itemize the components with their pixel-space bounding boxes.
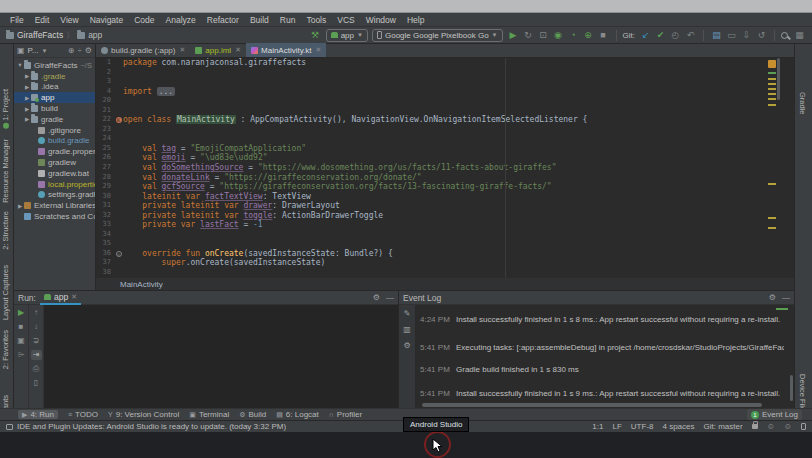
apply-changes-icon[interactable]: ↻ <box>522 29 535 42</box>
device-dropdown[interactable]: Google Google Pixelbook Go ▼ <box>372 29 503 42</box>
tool-strip-gradle[interactable]: Gradle <box>798 92 807 115</box>
close-icon[interactable]: ✕ <box>179 46 185 54</box>
event-log-content[interactable]: 4:24 PMInstall successfully finished in … <box>416 305 794 409</box>
tree-item-build-gradle[interactable]: build.gradle <box>14 136 95 147</box>
line-number[interactable]: 24 <box>96 134 114 144</box>
stop-icon[interactable]: ■ <box>597 29 610 42</box>
collapse-all-icon[interactable]: ÷ <box>77 46 81 55</box>
apply-code-changes-icon[interactable]: ⊡ <box>537 29 550 42</box>
editor-scrollbar[interactable] <box>777 58 780 100</box>
minimize-icon[interactable]: — <box>782 293 790 302</box>
tree-item-gradle[interactable]: ▶.gradle <box>14 71 95 82</box>
pin-icon[interactable]: ⌲ <box>16 350 27 360</box>
down-stack-trace-icon[interactable]: ↓ <box>31 322 42 332</box>
tool-strip-layout-captures[interactable]: Layout Captures <box>1 265 10 320</box>
tab-mainactivity-kt[interactable]: MainActivity.kt✕ <box>246 43 326 57</box>
menu-item-view[interactable]: View <box>55 15 83 25</box>
readonly-lock-icon[interactable] <box>752 424 758 429</box>
clear-log-icon[interactable]: ▥ <box>403 325 411 334</box>
stop-icon[interactable]: ■ <box>16 322 27 332</box>
class-icon[interactable]: K <box>116 117 122 123</box>
scroll-to-end-icon[interactable]: ⇥ <box>31 350 42 360</box>
tool-window-toggle-icon[interactable] <box>6 424 13 430</box>
edit-log-icon[interactable]: ✎ <box>404 309 411 318</box>
expand-arrow-icon[interactable]: ▶ <box>23 116 31 122</box>
tree-item-settings-gradle[interactable]: settings.gradle <box>14 190 95 201</box>
indent-style[interactable]: 4 spaces <box>663 422 695 431</box>
caret-position[interactable]: 1:1 <box>592 422 603 431</box>
tree-item-idea[interactable]: ▶.idea <box>14 82 95 93</box>
run-config-dropdown[interactable]: app ▼ <box>326 29 368 42</box>
expand-arrow-icon[interactable]: ▶ <box>23 106 31 112</box>
line-number[interactable]: 33 <box>96 220 114 230</box>
tab-build-gradle-app[interactable]: build.gradle (:app)✕ <box>96 43 190 57</box>
gear-icon[interactable]: ⚙ <box>85 46 92 55</box>
menu-item-navigate[interactable]: Navigate <box>85 15 129 25</box>
tree-item-gradle-properties[interactable]: gradle.properties <box>14 146 95 157</box>
expand-arrow-icon[interactable]: ▼ <box>16 62 24 68</box>
expand-arrow-icon[interactable]: ▶ <box>23 84 31 90</box>
run-icon[interactable]: ▶ <box>507 29 520 42</box>
search-everywhere-icon[interactable] <box>781 32 788 39</box>
rerun-icon[interactable]: ▶ <box>16 308 27 318</box>
line-number[interactable]: 26 <box>96 153 114 163</box>
feedback-smiley-icon[interactable]: ☺ <box>767 422 775 431</box>
run-dashboard-icon[interactable]: ▣ <box>16 336 27 346</box>
vertical-scrollbar[interactable] <box>790 375 793 401</box>
tool-window-build[interactable]: ⚙Build <box>239 410 266 419</box>
build-hammer-icon[interactable]: ⚒ <box>309 29 322 42</box>
minimize-icon[interactable]: — <box>386 293 394 302</box>
device-manager-icon[interactable]: ▤ <box>710 29 723 42</box>
breadcrumb-project[interactable]: GiraffeFacts <box>17 30 63 40</box>
tool-window-todo[interactable]: ≡TODO <box>68 410 98 419</box>
line-number[interactable]: 32 <box>96 211 114 221</box>
line-number[interactable]: 31 <box>96 201 114 211</box>
expand-arrow-icon[interactable]: ▶ <box>23 95 31 101</box>
menu-item-run[interactable]: Run <box>275 15 301 25</box>
commit-icon[interactable]: ✔ <box>654 29 667 42</box>
line-number[interactable]: 30 <box>96 192 114 202</box>
line-number[interactable]: 25 <box>96 144 114 154</box>
line-number[interactable]: 21 <box>96 106 114 116</box>
tree-item-gitignore[interactable]: .gitignore <box>14 125 95 136</box>
gear-icon[interactable]: ⚙ <box>373 293 380 302</box>
profiler-icon[interactable]: ◔ <box>567 29 580 42</box>
code-editor[interactable]: 1package com.naranjaconsal.giraffefacts2… <box>96 58 794 278</box>
line-number[interactable]: 36 <box>96 249 114 259</box>
tool-window-profiler[interactable]: ∩Profiler <box>329 410 362 419</box>
attach-debugger-icon[interactable]: ⊕ <box>582 29 595 42</box>
feedback-frown-icon[interactable]: ☺ <box>784 422 792 431</box>
project-view-selector[interactable]: P... <box>28 46 39 55</box>
tool-strip-1-project[interactable]: 1: Project <box>1 89 10 131</box>
line-number[interactable]: 4 <box>96 87 114 97</box>
up-stack-trace-icon[interactable]: ↑ <box>31 308 42 318</box>
file-encoding[interactable]: UTF-8 <box>631 422 654 431</box>
line-number[interactable]: 37 <box>96 258 114 268</box>
line-number[interactable]: 3 <box>96 77 114 87</box>
tree-item-giraffefacts[interactable]: ▼GiraffeFacts~/S <box>14 60 95 71</box>
tool-window-4-run[interactable]: ▶4: Run <box>18 410 58 419</box>
horizontal-scrollbar[interactable] <box>422 403 762 407</box>
tool-strip-resource-manager[interactable]: Resource Manager <box>1 139 10 203</box>
menu-item-window[interactable]: Window <box>361 15 401 25</box>
tab-app-iml[interactable]: app.iml✕ <box>190 43 246 57</box>
menu-item-vcs[interactable]: VCS <box>332 15 359 25</box>
tool-window-9-version-control[interactable]: Y9: Version Control <box>108 410 179 419</box>
tool-strip-2-structure[interactable]: 2: Structure <box>1 211 10 250</box>
menu-item-code[interactable]: Code <box>129 15 159 25</box>
line-number[interactable]: 2 <box>96 68 114 78</box>
menu-item-build[interactable]: Build <box>245 15 274 25</box>
rollback-icon[interactable]: ↶ <box>684 29 697 42</box>
log-settings-icon[interactable]: ⚙ <box>403 341 410 350</box>
line-ending[interactable]: LF <box>612 422 621 431</box>
tree-item-local-properties[interactable]: local.properties <box>14 179 95 190</box>
tree-item-gradlew-bat[interactable]: gradlew.bat <box>14 168 95 179</box>
tree-item-gradlew[interactable]: gradlew <box>14 157 95 168</box>
line-number[interactable]: 34 <box>96 230 114 240</box>
layout-inspector-icon[interactable]: ▦ <box>793 29 806 42</box>
tool-strip-2-favorites[interactable]: 2: Favorites <box>1 330 10 369</box>
line-number[interactable]: 1 <box>96 58 114 68</box>
expand-arrow-icon[interactable]: ▶ <box>23 73 31 79</box>
tool-window-terminal[interactable]: ▣Terminal <box>189 410 229 419</box>
gradle-sync-icon[interactable]: ↺ <box>755 29 768 42</box>
